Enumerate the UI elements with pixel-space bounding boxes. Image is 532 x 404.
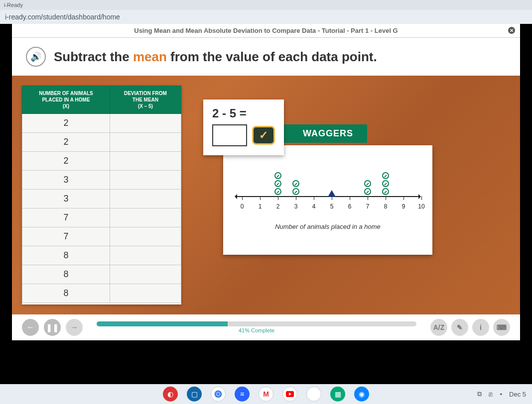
instruction-post: from the value of each data point. [167,49,377,64]
tick-label: 1 [259,203,262,210]
chrome-icon[interactable] [211,387,226,402]
deviation-cell[interactable] [110,265,181,284]
x-cell: 8 [22,265,110,284]
lesson-title-bar: Using Mean and Mean Absolute Deviation t… [12,24,520,38]
deviation-cell[interactable] [110,114,181,133]
deviation-cell[interactable] [110,133,181,152]
forward-button[interactable]: → [66,319,83,336]
data-dot [364,188,371,195]
browser-tab-strip: i-Ready [0,0,532,10]
check-button[interactable]: ✓ [252,126,275,145]
tab-title: i-Ready [4,2,23,8]
tick-label: 2 [276,203,280,210]
deviation-cell[interactable] [110,246,181,265]
pen-tool-button[interactable]: ✎ [451,319,468,336]
screenshot-icon[interactable]: ⧉ [477,390,482,398]
camera-icon[interactable]: ◉ [354,387,369,402]
data-table: NUMBER OF ANIMALS PLACED IN A HOME (X) D… [22,86,181,304]
table-row: 2 [22,133,181,152]
tick-label: 4 [312,203,316,210]
gmail-icon[interactable]: M [259,387,273,402]
youtube-icon[interactable] [282,387,297,402]
deviation-cell[interactable] [110,208,181,227]
table-row: 8 [22,265,181,284]
col1-header: NUMBER OF ANIMALS PLACED IN A HOME (X) [22,86,110,114]
svg-point-2 [217,393,220,396]
dotplot-caption: Number of animals placed in a home [231,223,424,230]
audio-icon[interactable]: 🔊 [26,47,46,67]
glossary-button[interactable]: A/Z [430,319,447,336]
instruction-pre: Subtract the [54,49,133,64]
dotplot-axis: 012345678910 [231,155,424,220]
answer-input[interactable] [212,124,247,146]
status-dot: • [500,391,502,398]
tick-label: 0 [241,203,244,210]
play-store-icon[interactable]: ▶ [306,387,321,402]
instruction-bar: 🔊 Subtract the mean from the value of ea… [12,38,520,76]
right-panel: 2 - 5 = ✓ WAGGERS 012345678910 Number of… [193,86,510,304]
tick-label: 8 [384,203,388,210]
lesson-frame: Using Mean and Mean Absolute Deviation t… [0,24,532,384]
dataset-banner: WAGGERS [283,124,367,143]
table-row: 8 [22,284,181,303]
table-row: 2 [22,114,181,133]
col2-header: DEVIATION FROM THE MEAN (X – 5) [110,86,181,114]
clock-date[interactable]: Dec 5 [509,391,526,398]
data-dot [292,188,299,195]
table-row: 2 [22,152,181,171]
deviation-cell[interactable] [110,227,181,246]
equation-prompt: 2 - 5 = ✓ [203,100,284,155]
cast-icon[interactable]: ⎚ [489,391,493,398]
docs-icon[interactable]: ≡ [235,387,250,402]
deviation-cell[interactable] [110,152,181,171]
deviation-cell[interactable] [110,284,181,303]
instruction-highlight: mean [133,49,167,64]
x-cell: 7 [22,208,110,227]
x-cell: 3 [22,190,110,208]
chrome-shelf: ◐ ▢ ≡ M ▶ ▦ ◉ ⧉ ⎚ • Dec 5 [0,384,532,404]
x-cell: 7 [22,227,110,246]
table-row: 3 [22,171,181,190]
table-row: 7 [22,227,181,246]
progress-label: 41% Complete [97,327,416,333]
instruction-text: Subtract the mean from the value of each… [54,49,377,65]
deviation-cell[interactable] [110,190,181,208]
app-icon-2[interactable]: ▢ [187,387,202,402]
x-cell: 2 [22,114,110,133]
x-cell: 8 [22,284,110,303]
pause-button[interactable]: ❚❚ [44,319,61,336]
data-dot [292,180,299,187]
table-row: 7 [22,208,181,227]
url-text: i-ready.com/student/dashboard/home [5,13,120,21]
close-lesson-button[interactable]: ✕ [508,27,515,34]
data-dot [274,188,281,195]
info-button[interactable]: i [472,319,489,336]
data-dot [382,188,389,195]
progress-bar[interactable]: 41% Complete [97,321,416,333]
lesson-title: Using Mean and Mean Absolute Deviation t… [134,27,398,34]
table-row: 3 [22,190,181,208]
data-dot [382,180,389,187]
progress-fill [97,321,228,326]
dotplot-card: 012345678910 Number of animals placed in… [223,145,432,255]
tick-label: 3 [294,203,298,210]
x-cell: 2 [22,152,110,171]
url-bar[interactable]: i-ready.com/student/dashboard/home [0,10,532,24]
data-dot [364,180,371,187]
tick-label: 7 [366,203,370,210]
x-cell: 3 [22,171,110,190]
tick-label: 6 [348,203,352,210]
data-dot [274,172,281,179]
x-cell: 2 [22,133,110,152]
deviation-cell[interactable] [110,171,181,190]
calculator-button[interactable]: ⌨ [493,319,510,336]
app-icon-1[interactable]: ◐ [163,387,178,402]
x-cell: 8 [22,246,110,265]
data-dot [382,172,389,179]
back-button[interactable]: ← [22,319,39,336]
tick-label: 5 [330,203,334,210]
data-dot [274,180,281,187]
player-bar: ← ❚❚ → 41% Complete A/Z ✎ i ⌨ [12,314,520,340]
equation-text: 2 - 5 = [212,106,275,120]
sheets-icon[interactable]: ▦ [330,387,345,402]
